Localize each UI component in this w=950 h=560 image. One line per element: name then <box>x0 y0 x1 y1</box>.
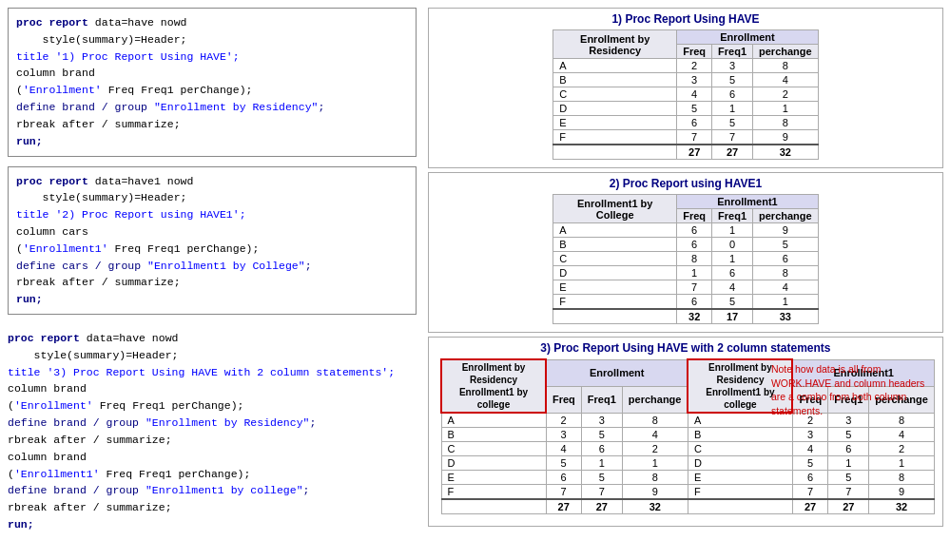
table-row: D 5 1 1 <box>553 102 818 116</box>
row-label: A <box>553 59 677 73</box>
cell-perchange-r: 4 <box>869 428 935 442</box>
code-line: style(summary)=Header; <box>16 189 408 206</box>
span-header-enrollment1: Enrollment1 <box>677 195 818 209</box>
total-perchange: 33 <box>753 309 819 324</box>
row-label: B <box>553 238 677 252</box>
total-perchange: 32 <box>753 145 819 160</box>
output-panel-3: 3) Proc Report Using HAVE with 2 column … <box>428 337 943 527</box>
table-row: B 3 5 4 <box>553 73 818 87</box>
cell-perchange: 6 <box>753 252 819 266</box>
total-label <box>553 145 677 160</box>
table-total-row: 27 27 32 27 27 32 <box>441 499 934 514</box>
p3-col-freq1: Freq1 <box>581 386 622 413</box>
panel-2-table: Enrollment1 by College Enrollment1 Freq … <box>553 194 818 324</box>
table-row: E 7 4 4 <box>553 280 818 295</box>
code-line: ('Enrollment' Freq Freq1 perChange); <box>16 82 408 99</box>
cell-freq1: 1 <box>581 456 622 471</box>
cell-freq: 3 <box>546 428 581 442</box>
row-label: E <box>553 116 677 130</box>
span-header-e1: Enrollment <box>546 359 688 386</box>
table-row: C 8 1 6 <box>553 252 818 266</box>
row-label: F <box>553 130 677 145</box>
cell-freq: 7 <box>677 130 712 145</box>
cell-perchange: 2 <box>753 87 819 102</box>
cell-freq1: 5 <box>712 116 753 130</box>
cell-freq-r: 3 <box>792 428 827 442</box>
code-line: run; <box>16 291 408 308</box>
col-header-combined-left: Enrollment by ResidencyEnrollment1 by co… <box>441 359 546 413</box>
cell-freq-r: 5 <box>792 456 827 471</box>
cell-perchange: 4 <box>622 428 688 442</box>
code-line: rbreak after / summarize; <box>8 499 409 516</box>
cell-freq: 4 <box>546 442 581 456</box>
code-line: define brand / group "Enrollment by Resi… <box>8 415 409 432</box>
cell-freq: 7 <box>546 485 581 500</box>
output-panel-2: 2) Proc Report using HAVE1 Enrollment1 b… <box>428 172 943 333</box>
row-label-right: B <box>688 428 792 442</box>
cell-freq1: 5 <box>712 295 753 310</box>
total-freq: 27 <box>677 145 712 160</box>
total-freq1: 27 <box>581 499 622 514</box>
code-line: proc report data=have1 nowd <box>16 173 408 190</box>
code-panel-1: proc report data=have nowd style(summary… <box>8 8 417 157</box>
cell-perchange: 1 <box>753 295 819 310</box>
total-label <box>553 309 677 324</box>
row-label-right: F <box>688 485 792 500</box>
row-label-left: B <box>441 428 546 442</box>
col-freq: Freq <box>677 209 712 223</box>
p3-col-freq: Freq <box>546 386 581 413</box>
table-row: F 6 5 1 <box>553 295 818 310</box>
cell-freq1: 3 <box>581 413 622 428</box>
cell-freq1: 6 <box>581 442 622 456</box>
cell-perchange: 8 <box>753 59 819 73</box>
cell-freq: 6 <box>677 223 712 238</box>
cell-freq: 2 <box>546 413 581 428</box>
row-label-right: E <box>688 471 792 485</box>
code-line: proc report data=have nowd <box>8 330 409 347</box>
panel3-inner: Note how data is all from WORK.HAVE and … <box>436 358 935 514</box>
table-total-row: 27 27 32 <box>553 145 818 160</box>
total-perchange: 32 <box>622 499 688 514</box>
cell-perchange: 4 <box>753 73 819 87</box>
panel-1-title: 1) Proc Report Using HAVE <box>436 12 935 26</box>
code-line: ('Enrollment1' Freq Freq1 perChange); <box>16 241 408 258</box>
row-label-right: D <box>688 456 792 471</box>
table-row: C 4 6 2 <box>553 87 818 102</box>
cell-perchange: 1 <box>622 456 688 471</box>
cell-freq1: 6 <box>712 87 753 102</box>
total-freq-r: 27 <box>792 499 827 514</box>
p3-col-perchange: perchange <box>622 386 688 413</box>
code-line: ('Enrollment1' Freq Freq1 perChange); <box>8 466 409 483</box>
col-freq1: Freq1 <box>712 209 753 223</box>
code-line: title '1) Proc Report Using HAVE'; <box>16 48 408 66</box>
cell-perchange-r: 1 <box>869 456 935 471</box>
cell-freq: 2 <box>677 59 712 73</box>
table-row: F 7 7 9 <box>553 130 818 145</box>
row-label: B <box>553 73 677 87</box>
cell-perchange: 5 <box>753 238 819 252</box>
panel3-note: Note how data is all from WORK.HAVE and … <box>771 362 933 418</box>
col-perchange: perchange <box>753 209 819 223</box>
cell-perchange: 9 <box>753 223 819 238</box>
cell-freq1: 7 <box>712 130 753 145</box>
cell-freq: 6 <box>677 116 712 130</box>
row-label-right: C <box>688 442 792 456</box>
row-label-left: F <box>441 485 546 500</box>
cell-freq1: 4 <box>712 280 753 295</box>
row-label-left: A <box>441 413 546 428</box>
code-line: title '2) Proc Report using HAVE1'; <box>16 206 408 223</box>
cell-perchange-r: 9 <box>869 485 935 500</box>
code-line: run; <box>16 133 408 150</box>
cell-perchange: 1 <box>753 102 819 116</box>
col-freq1: Freq1 <box>712 45 753 59</box>
cell-freq1-r: 6 <box>828 442 869 456</box>
cell-freq: 4 <box>677 87 712 102</box>
table-row: A 6 1 9 <box>553 223 818 238</box>
cell-freq1: 5 <box>712 73 753 87</box>
col-perchange: perchange <box>753 45 819 59</box>
row-label-left: D <box>441 456 546 471</box>
table-row: E 6 5 8 <box>553 116 818 130</box>
row-label: F <box>553 295 677 310</box>
cell-freq1: 1 <box>712 252 753 266</box>
row-label: C <box>553 252 677 266</box>
